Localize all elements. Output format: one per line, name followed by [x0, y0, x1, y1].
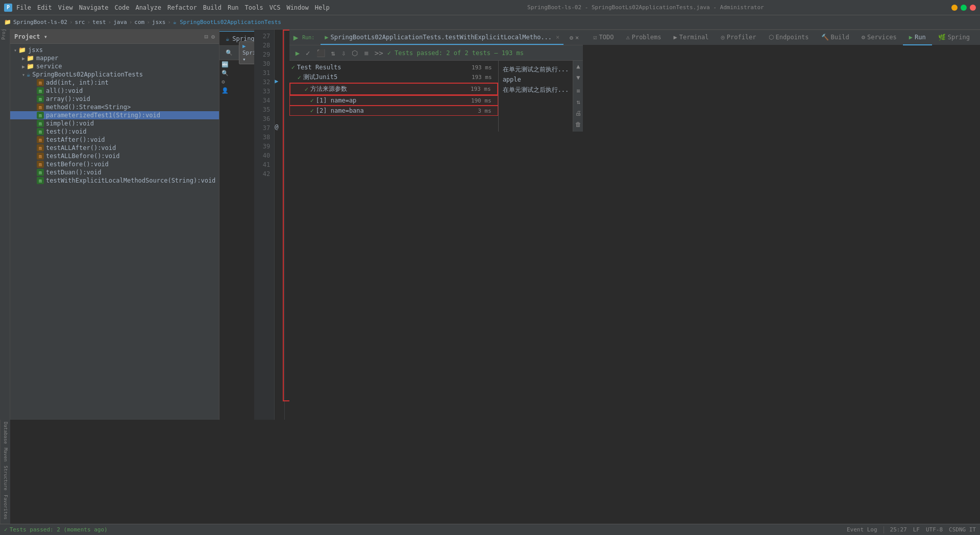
menu-tools[interactable]: Tools: [245, 4, 263, 11]
status-right: Event Log 25:27 LF UTF-8 CSDNG IT: [847, 526, 976, 533]
favorites-label[interactable]: Favorites: [3, 495, 8, 520]
menu-navigate[interactable]: Navigate: [79, 4, 109, 11]
tab-problems[interactable]: ⚠ Problems: [620, 30, 667, 45]
tree-item-method[interactable]: m method():Stream<String>: [10, 103, 219, 111]
maven-label[interactable]: Maven: [3, 448, 8, 462]
scroll-up-icon[interactable]: ▲: [576, 63, 580, 70]
tree-item-all[interactable]: m all():void: [10, 87, 219, 95]
test-time: 193 ms: [472, 64, 496, 71]
position-indicator[interactable]: 25:27: [890, 526, 907, 533]
breadcrumb-item-1[interactable]: SpringBoot-ls-02: [13, 19, 67, 26]
tree-item-testallbefore[interactable]: m testALLBefore():void: [10, 152, 219, 160]
search-everywhere-btn[interactable]: 🔍: [224, 48, 235, 57]
menu-vcs[interactable]: VCS: [270, 4, 281, 11]
settings-button[interactable]: ⚙: [219, 78, 254, 86]
tab-endpoints[interactable]: ⬡ Endpoints: [763, 30, 815, 45]
project-tool-icon[interactable]: Project: [1, 32, 9, 40]
sort-button[interactable]: ⇅: [329, 48, 337, 58]
minimize-button[interactable]: [951, 5, 958, 11]
test-item-results[interactable]: ✓ Test Results 193 ms: [289, 63, 498, 72]
breadcrumb-item-7[interactable]: ☕ SpringBootLs02ApplicationTests: [173, 19, 281, 26]
tree-item-testafter[interactable]: m testAfter():void: [10, 136, 219, 144]
tree-item-testbefore[interactable]: m testBefore():void: [10, 160, 219, 168]
tree-item-class[interactable]: ▾ ☕ SpringBootLs02ApplicationTests: [10, 70, 219, 79]
tree-item-testallafter[interactable]: m testALLAfter():void: [10, 144, 219, 152]
tree-item-service[interactable]: ▶ 📁 service: [10, 62, 219, 70]
breadcrumb-item-3[interactable]: test: [92, 19, 106, 26]
menu-bar[interactable]: File Edit View Navigate Code Analyze Ref…: [16, 4, 330, 11]
run-close-icon[interactable]: ×: [575, 34, 579, 41]
print-icon[interactable]: 🖨: [575, 110, 581, 117]
tab-run[interactable]: ▶ Run: [903, 30, 932, 45]
stop-button[interactable]: ⬛: [314, 48, 327, 58]
more-button[interactable]: >>: [373, 48, 385, 58]
wrap-icon[interactable]: ≡: [576, 87, 580, 94]
tree-item-test[interactable]: m test():void: [10, 128, 219, 136]
code-editor[interactable]: 27 28 29 30 31 32 33 34 35 36 37 38 39 4…: [254, 30, 289, 420]
structure-label[interactable]: Structure: [3, 466, 8, 491]
expand-button[interactable]: ⬡: [350, 48, 360, 58]
menu-view[interactable]: View: [58, 4, 73, 11]
tree-item-parameterized[interactable]: m parameterizedTest1(String):void: [10, 111, 219, 119]
test-item-name-bana[interactable]: ✓ [2] name=bana 3 ms: [289, 106, 498, 116]
window-controls[interactable]: [951, 5, 976, 11]
breadcrumb-item-2[interactable]: src: [75, 19, 85, 26]
tab-spring[interactable]: 🌿 Spring: [932, 30, 976, 45]
menu-file[interactable]: File: [16, 4, 31, 11]
filter-button[interactable]: ⇩: [339, 48, 348, 58]
event-log-btn[interactable]: Event Log: [847, 526, 877, 533]
database-icon-label[interactable]: Database: [3, 422, 8, 444]
sort-icon[interactable]: ⇅: [576, 98, 580, 106]
test-item-name-ap[interactable]: ✓ [1] name=ap 190 ms: [289, 95, 498, 106]
menu-edit[interactable]: Edit: [37, 4, 52, 11]
tree-item-testduan[interactable]: m testDuan():void: [10, 168, 219, 176]
tree-item-jsxs[interactable]: ▾ 📁 jsxs: [10, 46, 219, 54]
rerun-button[interactable]: ▶: [293, 48, 302, 58]
test-item-method-source[interactable]: ✓ 方法来源参数 193 ms: [289, 83, 498, 95]
check-button[interactable]: ✓: [304, 48, 312, 58]
tab-todo[interactable]: ☑ TODO: [587, 30, 620, 45]
status-message: ✓ Tests passed: 2 (moments ago): [4, 526, 108, 533]
collapse-all-icon[interactable]: ⊟: [205, 33, 208, 40]
collapse-button[interactable]: ≡: [362, 48, 370, 58]
breadcrumb-item-4[interactable]: java: [113, 19, 127, 26]
person-button[interactable]: 👤: [219, 86, 254, 95]
tree-item-array[interactable]: m array():void: [10, 95, 219, 103]
tab-profiler[interactable]: ◎ Profiler: [715, 30, 763, 45]
test-item-junit5[interactable]: ✓ 测试Junit5 193 ms: [289, 72, 498, 83]
tree-item-testwithexplicit[interactable]: m testWithExplicitLocalMethodSource(Stri…: [10, 176, 219, 185]
line-sep-indicator[interactable]: LF: [913, 526, 920, 533]
settings-icon[interactable]: ⚙: [211, 33, 215, 40]
menu-analyze[interactable]: Analyze: [135, 4, 161, 11]
test-time: 3 ms: [478, 108, 496, 114]
menu-refactor[interactable]: Refactor: [167, 4, 197, 11]
maximize-button[interactable]: [961, 5, 967, 11]
tree-item-add[interactable]: m add(int, int):int: [10, 79, 219, 87]
tab-services[interactable]: ⚙ Services: [855, 30, 903, 45]
tree-item-mapper[interactable]: ▶ 📁 mapper: [10, 54, 219, 62]
menu-window[interactable]: Window: [286, 4, 308, 11]
scroll-down-icon[interactable]: ▼: [576, 74, 580, 81]
run-gutter-icon[interactable]: ▶: [275, 78, 284, 87]
tab-terminal[interactable]: ▶ Terminal: [667, 30, 715, 45]
tab-build[interactable]: 🔨 Build: [815, 30, 855, 45]
project-header-icons[interactable]: ⊟ ⚙: [205, 33, 215, 40]
breadcrumb-item-5[interactable]: com: [134, 19, 144, 26]
breadcrumb-item-6[interactable]: jsxs: [152, 19, 166, 26]
menu-code[interactable]: Code: [115, 4, 130, 11]
run-tab[interactable]: ▶ SpringBootLs02ApplicationTests.testWit…: [321, 30, 564, 45]
menu-build[interactable]: Build: [203, 4, 222, 11]
close-button[interactable]: [970, 5, 976, 11]
find-button[interactable]: 🔍: [219, 69, 254, 78]
run-settings-icon[interactable]: ⚙: [570, 34, 573, 41]
menu-help[interactable]: Help: [315, 4, 330, 11]
menu-run[interactable]: Run: [228, 4, 239, 11]
tree-item-simple[interactable]: m simple():void: [10, 119, 219, 128]
delete-icon[interactable]: 🗑: [575, 121, 581, 128]
run-gutter-icon-2[interactable]: @: [275, 123, 284, 133]
run-header-actions[interactable]: ⚙ ×: [570, 34, 579, 41]
translate-button[interactable]: 🔤: [219, 60, 254, 69]
line-numbers: 27 28 29 30 31 32 33 34 35 36 37 38 39 4…: [254, 30, 275, 420]
encoding-indicator[interactable]: UTF-8: [926, 526, 943, 533]
run-tab-close[interactable]: ×: [556, 34, 559, 41]
